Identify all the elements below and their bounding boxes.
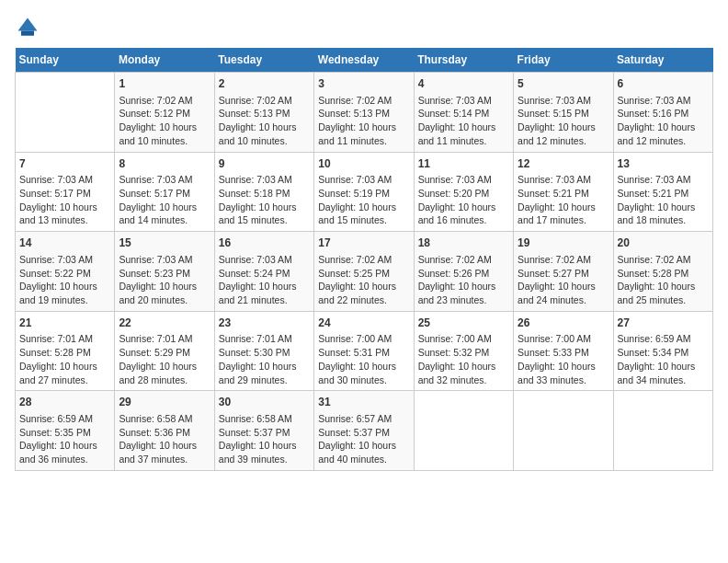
day-cell: 10Sunrise: 7:03 AM Sunset: 5:19 PM Dayli… [314,152,414,232]
day-number: 7 [19,156,110,172]
day-info: Sunrise: 7:02 AM Sunset: 5:27 PM Dayligh… [518,253,609,307]
day-info: Sunrise: 7:03 AM Sunset: 5:21 PM Dayligh… [618,173,709,227]
week-row-5: 28Sunrise: 6:59 AM Sunset: 5:35 PM Dayli… [16,391,713,471]
day-number: 9 [219,156,310,172]
day-cell: 16Sunrise: 7:03 AM Sunset: 5:24 PM Dayli… [214,232,313,312]
day-info: Sunrise: 7:01 AM Sunset: 5:30 PM Dayligh… [219,332,310,386]
day-info: Sunrise: 6:58 AM Sunset: 5:36 PM Dayligh… [119,412,210,466]
day-cell [514,391,613,471]
day-number: 23 [219,316,310,331]
day-info: Sunrise: 7:03 AM Sunset: 5:23 PM Dayligh… [119,253,210,307]
day-cell: 4Sunrise: 7:03 AM Sunset: 5:14 PM Daylig… [414,73,513,153]
week-row-3: 14Sunrise: 7:03 AM Sunset: 5:22 PM Dayli… [16,232,713,312]
day-cell: 6Sunrise: 7:03 AM Sunset: 5:16 PM Daylig… [613,73,712,153]
day-cell: 31Sunrise: 6:57 AM Sunset: 5:37 PM Dayli… [314,391,414,471]
day-cell: 29Sunrise: 6:58 AM Sunset: 5:36 PM Dayli… [115,391,214,471]
day-cell: 9Sunrise: 7:03 AM Sunset: 5:18 PM Daylig… [214,152,313,232]
day-info: Sunrise: 7:03 AM Sunset: 5:21 PM Dayligh… [518,173,609,227]
day-cell: 3Sunrise: 7:02 AM Sunset: 5:13 PM Daylig… [314,73,414,153]
col-header-monday: Monday [115,48,214,73]
day-info: Sunrise: 7:02 AM Sunset: 5:13 PM Dayligh… [318,94,409,148]
day-number: 30 [219,395,310,410]
day-info: Sunrise: 7:03 AM Sunset: 5:20 PM Dayligh… [418,173,509,227]
day-cell [16,73,115,153]
day-info: Sunrise: 7:02 AM Sunset: 5:13 PM Dayligh… [219,94,310,148]
day-number: 3 [318,76,409,92]
calendar-header-row: SundayMondayTuesdayWednesdayThursdayFrid… [16,48,713,73]
day-info: Sunrise: 6:58 AM Sunset: 5:37 PM Dayligh… [219,412,310,466]
day-number: 18 [418,236,509,251]
day-cell: 22Sunrise: 7:01 AM Sunset: 5:29 PM Dayli… [115,311,214,391]
day-cell: 12Sunrise: 7:03 AM Sunset: 5:21 PM Dayli… [514,152,613,232]
day-cell: 26Sunrise: 7:00 AM Sunset: 5:33 PM Dayli… [514,311,613,391]
day-info: Sunrise: 7:02 AM Sunset: 5:26 PM Dayligh… [418,253,509,307]
day-cell: 27Sunrise: 6:59 AM Sunset: 5:34 PM Dayli… [613,311,712,391]
day-number: 2 [219,76,310,92]
day-info: Sunrise: 7:02 AM Sunset: 5:28 PM Dayligh… [618,253,709,307]
day-cell: 18Sunrise: 7:02 AM Sunset: 5:26 PM Dayli… [414,232,513,312]
day-number: 15 [119,236,210,251]
day-number: 4 [418,76,509,92]
logo [15,15,44,40]
day-cell: 13Sunrise: 7:03 AM Sunset: 5:21 PM Dayli… [613,152,712,232]
day-number: 28 [19,395,110,410]
day-cell: 17Sunrise: 7:02 AM Sunset: 5:25 PM Dayli… [314,232,414,312]
col-header-thursday: Thursday [414,48,513,73]
col-header-sunday: Sunday [16,48,115,73]
col-header-saturday: Saturday [613,48,712,73]
day-info: Sunrise: 7:03 AM Sunset: 5:17 PM Dayligh… [19,173,110,227]
day-cell: 11Sunrise: 7:03 AM Sunset: 5:20 PM Dayli… [414,152,513,232]
day-number: 12 [518,156,609,172]
day-number: 11 [418,156,509,172]
day-number: 6 [618,76,709,92]
day-cell: 7Sunrise: 7:03 AM Sunset: 5:17 PM Daylig… [16,152,115,232]
day-number: 20 [618,236,709,251]
page-header [15,15,713,40]
day-number: 16 [219,236,310,251]
col-header-friday: Friday [514,48,613,73]
svg-rect-1 [21,31,34,36]
day-cell: 8Sunrise: 7:03 AM Sunset: 5:17 PM Daylig… [115,152,214,232]
day-info: Sunrise: 7:03 AM Sunset: 5:18 PM Dayligh… [219,173,310,227]
week-row-2: 7Sunrise: 7:03 AM Sunset: 5:17 PM Daylig… [16,152,713,232]
day-number: 17 [318,236,409,251]
day-cell: 2Sunrise: 7:02 AM Sunset: 5:13 PM Daylig… [214,73,313,153]
week-row-1: 1Sunrise: 7:02 AM Sunset: 5:12 PM Daylig… [16,73,713,153]
calendar-table: SundayMondayTuesdayWednesdayThursdayFrid… [15,48,713,471]
day-info: Sunrise: 7:00 AM Sunset: 5:31 PM Dayligh… [318,332,409,386]
day-info: Sunrise: 7:03 AM Sunset: 5:22 PM Dayligh… [19,253,110,307]
day-info: Sunrise: 7:03 AM Sunset: 5:15 PM Dayligh… [518,94,609,148]
day-number: 5 [518,76,609,92]
day-number: 25 [418,316,509,331]
day-cell: 23Sunrise: 7:01 AM Sunset: 5:30 PM Dayli… [214,311,313,391]
day-info: Sunrise: 7:03 AM Sunset: 5:24 PM Dayligh… [219,253,310,307]
svg-marker-0 [18,18,38,31]
day-info: Sunrise: 7:03 AM Sunset: 5:14 PM Dayligh… [418,94,509,148]
day-info: Sunrise: 6:57 AM Sunset: 5:37 PM Dayligh… [318,412,409,466]
day-cell: 30Sunrise: 6:58 AM Sunset: 5:37 PM Dayli… [214,391,313,471]
day-info: Sunrise: 7:03 AM Sunset: 5:19 PM Dayligh… [318,173,409,227]
day-cell: 24Sunrise: 7:00 AM Sunset: 5:31 PM Dayli… [314,311,414,391]
day-cell: 14Sunrise: 7:03 AM Sunset: 5:22 PM Dayli… [16,232,115,312]
day-number: 29 [119,395,210,410]
day-cell: 25Sunrise: 7:00 AM Sunset: 5:32 PM Dayli… [414,311,513,391]
day-info: Sunrise: 7:00 AM Sunset: 5:33 PM Dayligh… [518,332,609,386]
day-cell: 5Sunrise: 7:03 AM Sunset: 5:15 PM Daylig… [514,73,613,153]
week-row-4: 21Sunrise: 7:01 AM Sunset: 5:28 PM Dayli… [16,311,713,391]
day-cell: 21Sunrise: 7:01 AM Sunset: 5:28 PM Dayli… [16,311,115,391]
day-number: 8 [119,156,210,172]
day-info: Sunrise: 7:03 AM Sunset: 5:16 PM Dayligh… [618,94,709,148]
day-number: 13 [618,156,709,172]
day-info: Sunrise: 6:59 AM Sunset: 5:34 PM Dayligh… [618,332,709,386]
day-number: 14 [19,236,110,251]
day-cell: 19Sunrise: 7:02 AM Sunset: 5:27 PM Dayli… [514,232,613,312]
day-number: 10 [318,156,409,172]
day-info: Sunrise: 7:03 AM Sunset: 5:17 PM Dayligh… [119,173,210,227]
day-cell [613,391,712,471]
day-number: 1 [119,76,210,92]
day-cell: 1Sunrise: 7:02 AM Sunset: 5:12 PM Daylig… [115,73,214,153]
day-cell [414,391,513,471]
day-number: 31 [318,395,409,410]
day-number: 21 [19,316,110,331]
day-cell: 28Sunrise: 6:59 AM Sunset: 5:35 PM Dayli… [16,391,115,471]
